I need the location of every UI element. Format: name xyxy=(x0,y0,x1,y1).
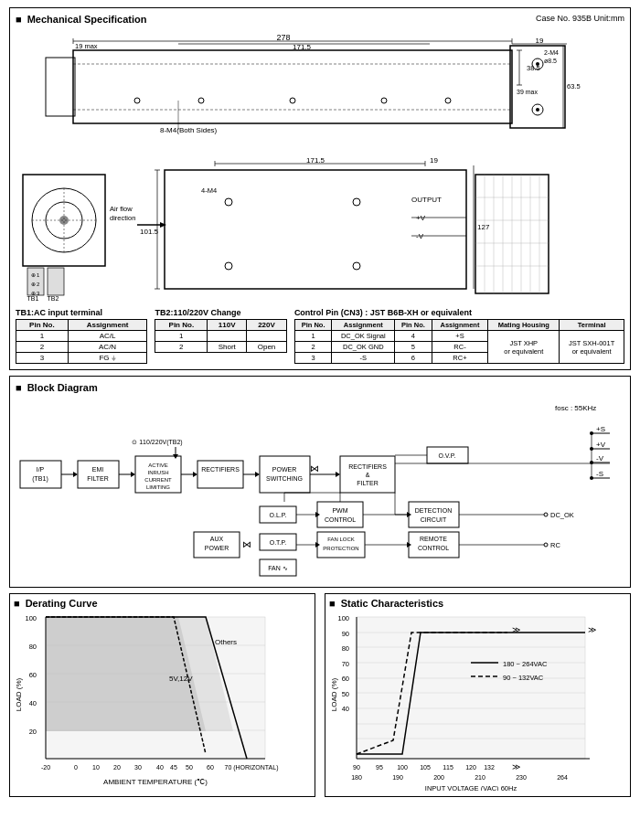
svg-text:RECTIFIERS: RECTIFIERS xyxy=(348,463,387,470)
cp-header-mating: Mating Housing xyxy=(488,320,560,331)
svg-marker-98 xyxy=(131,472,135,477)
tb2-table: Pin No. 110V 220V 1 2 Short Open xyxy=(155,319,286,353)
svg-text:ACTIVE: ACTIVE xyxy=(148,463,168,468)
svg-marker-93 xyxy=(73,472,78,477)
svg-text:O.T.P.: O.T.P. xyxy=(270,539,287,546)
svg-rect-109 xyxy=(197,461,243,488)
svg-point-9 xyxy=(134,98,140,103)
svg-text:80: 80 xyxy=(29,643,37,651)
tb1-pin2: 2 xyxy=(16,342,69,353)
cp-header-assign1: Assignment xyxy=(332,320,395,331)
svg-text:100: 100 xyxy=(337,614,349,622)
svg-text:10: 10 xyxy=(92,764,100,771)
case-info: Case No. 935B Unit:mm xyxy=(536,14,624,23)
svg-text:190: 190 xyxy=(392,774,403,781)
table-row: 1 AC/L xyxy=(16,331,147,342)
svg-text:210: 210 xyxy=(475,774,485,781)
drawing-area: 278 171.5 19 19 max 38.5 2-M4 ø8.5 xyxy=(16,32,624,303)
mech-spec-title: Mechanical Specification xyxy=(27,14,147,25)
svg-point-61 xyxy=(225,262,232,270)
svg-text:70: 70 xyxy=(342,660,349,668)
svg-text:&: & xyxy=(366,472,370,478)
svg-text:45: 45 xyxy=(170,764,177,771)
svg-text:100: 100 xyxy=(25,614,37,622)
tables-row: TB1:AC input terminal Pin No. Assignment… xyxy=(16,308,624,364)
svg-point-63 xyxy=(353,262,360,270)
svg-text:TB1: TB1 xyxy=(27,295,39,302)
svg-text:40: 40 xyxy=(29,699,37,707)
svg-text:101.5: 101.5 xyxy=(140,228,159,236)
svg-text:SWITCHING: SWITCHING xyxy=(266,475,303,482)
svg-point-62 xyxy=(353,198,360,206)
svg-text:POWER: POWER xyxy=(205,545,229,551)
tb1-block: TB1:AC input terminal Pin No. Assignment… xyxy=(16,308,147,364)
svg-text:CONTROL: CONTROL xyxy=(418,545,449,551)
top-view-drawing: 278 171.5 19 19 max 38.5 2-M4 ø8.5 xyxy=(18,32,622,151)
bottom-view-drawing: TB1 TB2 ⊕ ⊕ ⊕ 1 2 3 Air flow direction xyxy=(18,156,622,303)
cp-pin1-1: 1 xyxy=(294,331,332,342)
svg-text:≫: ≫ xyxy=(512,625,520,634)
svg-text:OUTPUT: OUTPUT xyxy=(411,196,442,204)
svg-text:95: 95 xyxy=(376,764,383,771)
svg-text:40: 40 xyxy=(156,764,164,771)
svg-text:180: 180 xyxy=(351,774,362,781)
svg-text:FAN ∿: FAN ∿ xyxy=(268,565,288,571)
tb2-110v-2: Short xyxy=(208,342,247,353)
svg-text:20: 20 xyxy=(29,728,37,736)
cp-assign1-1: DC_OK Signal xyxy=(332,331,395,342)
svg-text:127: 127 xyxy=(477,223,490,231)
svg-text:≫: ≫ xyxy=(512,762,520,771)
tb2-header-pin: Pin No. xyxy=(155,320,208,331)
svg-text:RECTIFIERS: RECTIFIERS xyxy=(201,466,240,473)
table-row: 1 DC_OK Signal 4 +S JST XHPor equivalent… xyxy=(294,331,624,342)
tb1-pin3: 3 xyxy=(16,353,69,364)
svg-text:TB2: TB2 xyxy=(48,295,59,302)
svg-point-37 xyxy=(59,216,69,225)
svg-point-153 xyxy=(544,513,548,516)
cp-terminal: JST SXH-001Tor equivalent xyxy=(560,331,624,364)
cp-assign1-2: DC_OK GND xyxy=(332,342,395,353)
svg-text:5V,12V: 5V,12V xyxy=(169,675,193,683)
table-row: 1 xyxy=(155,331,286,342)
svg-text:+V: +V xyxy=(416,214,426,222)
bottom-row: Derating Curve Others xyxy=(9,593,631,797)
page: Mechanical Specification Case No. 935B U… xyxy=(0,0,640,804)
svg-text:⊕: ⊕ xyxy=(31,291,36,296)
svg-text:132: 132 xyxy=(484,764,495,771)
svg-text:-V: -V xyxy=(596,454,604,463)
svg-text:CONTROL: CONTROL xyxy=(325,516,356,523)
svg-text:2-M4: 2-M4 xyxy=(544,49,559,56)
svg-rect-142 xyxy=(317,502,363,527)
svg-text:FAN LOCK: FAN LOCK xyxy=(327,537,355,542)
svg-marker-112 xyxy=(255,472,260,477)
svg-rect-3 xyxy=(46,58,75,116)
tb2-220v-2: Open xyxy=(247,342,287,353)
svg-text:EMI: EMI xyxy=(92,466,104,473)
svg-text:⋈: ⋈ xyxy=(242,539,251,549)
svg-text:RC: RC xyxy=(550,541,560,549)
svg-text:90 ~ 132VAC: 90 ~ 132VAC xyxy=(503,674,544,682)
svg-text:Others: Others xyxy=(215,638,237,646)
svg-text:120: 120 xyxy=(465,764,476,771)
svg-text:⊕: ⊕ xyxy=(31,282,36,287)
cp-header-pin2: Pin No. xyxy=(395,320,432,331)
svg-text:40: 40 xyxy=(342,705,349,713)
derating-chart: Others 5V,12V 100 80 60 40 20 -20 0 10 2… xyxy=(14,612,297,791)
tb1-assign2: AC/N xyxy=(68,342,147,353)
cp-pin2-2: 5 xyxy=(395,342,432,353)
svg-text:POWER: POWER xyxy=(272,466,296,473)
svg-text:LIMITING: LIMITING xyxy=(146,484,170,490)
svg-text:≫: ≫ xyxy=(588,625,596,634)
svg-text:INPUT VOLTAGE (VAC) 60Hz: INPUT VOLTAGE (VAC) 60Hz xyxy=(425,784,517,791)
svg-text:LOAD (%): LOAD (%) xyxy=(330,677,338,711)
svg-text:278: 278 xyxy=(276,33,290,42)
svg-text:19: 19 xyxy=(430,156,438,165)
svg-text:0: 0 xyxy=(74,764,78,771)
svg-text:80: 80 xyxy=(342,644,349,653)
cp-assign1-3: -S xyxy=(332,353,395,364)
tb2-header-220v: 220V xyxy=(247,320,287,331)
svg-text:70 (HORIZONTAL): 70 (HORIZONTAL) xyxy=(225,764,279,771)
svg-rect-94 xyxy=(78,461,119,488)
svg-text:200: 200 xyxy=(433,774,444,781)
svg-rect-147 xyxy=(409,502,459,527)
